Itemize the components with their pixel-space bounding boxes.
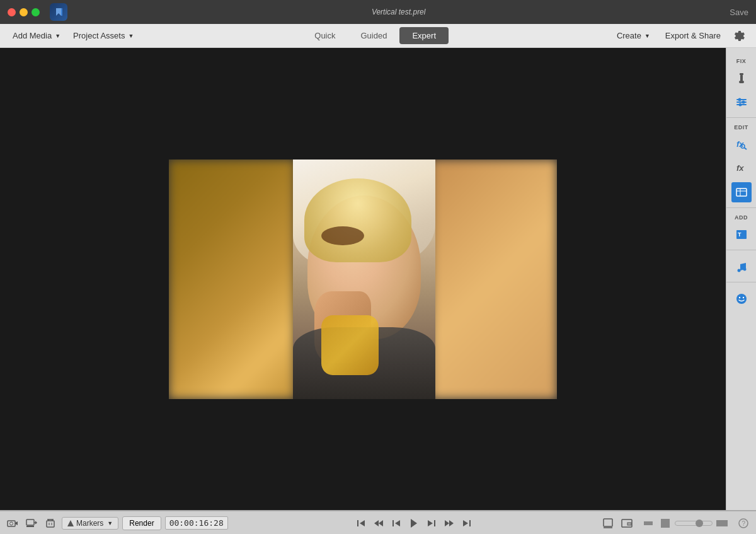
music-section [726,252,756,282]
svg-marker-45 [428,520,433,526]
transport-bar: Markers ▼ Render 00:00:16:28 [0,511,756,534]
camera-button[interactable] [5,516,20,531]
pip-button[interactable] [619,516,634,531]
edit-fx2-button[interactable]: fx [731,158,752,178]
svg-marker-0 [55,8,61,16]
add-label: ADD [735,214,748,221]
add-section: ADD T [726,209,756,250]
preview-area [0,48,726,510]
svg-rect-53 [627,523,631,525]
tab-guided[interactable]: Guided [348,27,400,44]
video-bg-left [169,160,295,399]
clip-xlarge-button[interactable] [714,516,730,531]
svg-rect-29 [26,526,34,527]
svg-marker-39 [379,520,383,526]
fast-forward-button[interactable] [441,515,457,531]
music-button[interactable] [731,257,752,277]
video-main-content [293,160,435,399]
svg-rect-38 [357,520,358,526]
svg-point-9 [742,101,745,104]
add-title-button[interactable]: T [731,224,752,245]
right-panel: FIX EDIT [726,48,756,510]
svg-rect-25 [8,521,15,526]
zoom-slider-track [675,521,713,526]
go-to-end-button[interactable] [459,515,475,531]
zoom-slider-thumb[interactable] [696,519,703,527]
project-assets-button[interactable]: Project Assets ▼ [68,28,139,43]
svg-rect-55 [661,519,670,528]
playback-controls [353,515,475,531]
menubar: Add Media ▼ Project Assets ▼ Quick Guide… [0,24,756,48]
svg-point-20 [737,269,740,272]
svg-point-23 [738,297,740,298]
fix-wrench-button[interactable] [731,68,752,88]
fix-sliders-button[interactable] [731,92,752,112]
main-content: FIX EDIT [0,48,756,510]
fix-section: FIX [726,53,756,118]
svg-rect-4 [739,81,744,83]
tab-quick[interactable]: Quick [302,27,348,44]
export-frame-button[interactable] [24,516,39,531]
preview-video [169,160,557,399]
settings-button[interactable] [731,27,748,45]
fullscreen-button[interactable] [600,516,616,531]
clip-size-controls [641,516,730,531]
play-button[interactable] [406,515,422,531]
edit-section: EDIT fx fx [726,119,756,208]
app-logo [50,3,67,21]
svg-marker-46 [445,520,449,526]
export-share-button[interactable]: Export & Share [660,28,726,43]
create-button[interactable]: Create ▼ [612,28,655,43]
svg-marker-47 [449,520,454,526]
close-button[interactable] [8,8,16,16]
clip-large-button[interactable] [658,516,673,531]
add-media-button[interactable]: Add Media ▼ [8,28,66,43]
render-button[interactable]: Render [122,516,161,530]
markers-button[interactable]: Markers ▼ [62,517,118,530]
svg-rect-50 [604,519,612,526]
svg-marker-42 [395,520,400,526]
edit-effects-button[interactable]: fx [731,134,752,154]
video-bg-right [431,160,557,399]
svg-point-10 [738,103,742,107]
svg-point-27 [10,522,13,525]
svg-marker-40 [374,520,379,526]
svg-text:T: T [738,231,742,238]
window-controls [8,8,40,16]
svg-text:fx: fx [736,163,744,173]
svg-point-21 [743,268,746,271]
step-back-button[interactable] [388,515,404,531]
svg-rect-6 [736,102,747,103]
help-button[interactable]: ? [736,516,751,531]
add-media-dropdown-icon: ▼ [55,33,60,39]
go-to-start-button[interactable] [353,515,369,531]
minimize-button[interactable] [20,8,28,16]
svg-rect-28 [26,519,34,525]
svg-text:?: ? [742,520,746,527]
svg-marker-36 [67,520,74,526]
file-title: Vertical test.prel [372,8,426,16]
svg-rect-44 [434,520,435,526]
titlebar: Vertical test.prel Save [0,0,756,24]
svg-point-24 [742,297,743,298]
delete-button[interactable] [43,516,58,531]
svg-rect-54 [644,521,653,525]
timeline: Markers ▼ Render 00:00:16:28 [0,510,756,534]
rewind-button[interactable] [370,515,387,531]
emoji-section [726,284,756,314]
timecode-display: 00:00:16:28 [165,516,228,530]
maximize-button[interactable] [32,8,40,16]
clip-small-button[interactable] [641,516,656,531]
save-button[interactable]: Save [730,8,748,17]
svg-rect-49 [469,520,471,526]
svg-point-8 [738,98,741,102]
step-forward-button[interactable] [423,515,440,531]
svg-point-22 [736,294,747,304]
svg-rect-30 [47,521,54,527]
edit-label: EDIT [734,124,748,131]
emoji-button[interactable] [731,289,752,309]
edit-clip-button[interactable] [731,182,752,202]
project-assets-dropdown-icon: ▼ [128,33,134,39]
svg-marker-48 [463,520,468,526]
tab-expert[interactable]: Expert [399,27,449,44]
